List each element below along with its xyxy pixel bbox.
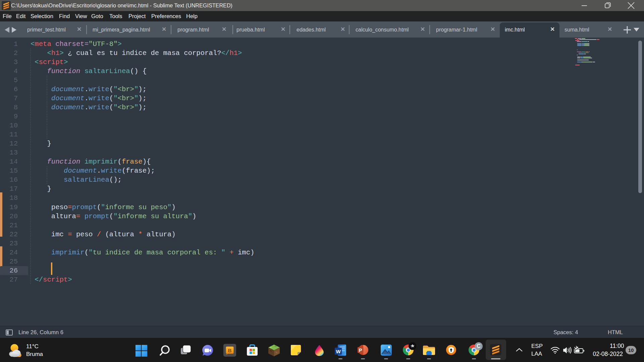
svg-text:B: B (228, 348, 232, 353)
svg-text:W: W (336, 349, 341, 354)
svg-text:P: P (359, 348, 362, 353)
